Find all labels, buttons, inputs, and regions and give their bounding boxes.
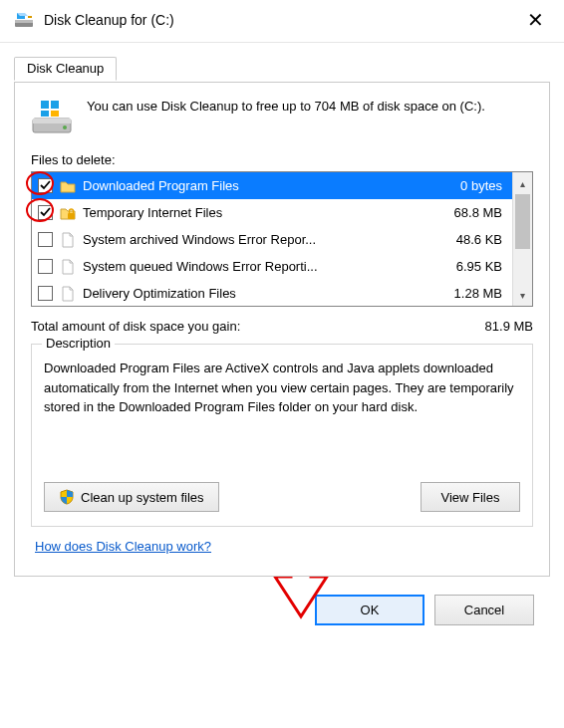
window-title: Disk Cleanup for (C:) [44,12,519,28]
folder-icon [59,177,77,195]
tab-panel: You can use Disk Cleanup to free up to 7… [14,82,550,577]
svg-point-6 [63,125,67,129]
description-text: Downloaded Program Files are ActiveX con… [44,359,520,470]
file-icon [59,231,77,249]
lock-icon [59,204,77,222]
total-value: 81.9 MB [485,319,533,334]
clean-system-files-label: Clean up system files [81,490,204,505]
scroll-thumb[interactable] [515,194,530,249]
file-icon [59,285,77,303]
description-group: Description Downloaded Program Files are… [31,344,533,527]
svg-rect-8 [51,101,59,109]
svg-rect-11 [68,213,75,219]
list-item[interactable]: Delivery Optimization Files1.28 MB [32,280,512,306]
view-files-label: View Files [440,490,499,505]
drive-icon [31,97,73,136]
list-item[interactable]: Temporary Internet Files68.8 MB [32,199,512,226]
scroll-down-icon[interactable]: ▾ [513,284,532,306]
cancel-label: Cancel [464,603,504,617]
titlebar: Disk Cleanup for (C:) ✕ [0,0,564,43]
scroll-up-icon[interactable]: ▴ [513,172,532,194]
clean-system-files-button[interactable]: Clean up system files [44,482,219,512]
close-icon[interactable]: ✕ [519,8,552,32]
svg-rect-3 [28,16,32,18]
help-link[interactable]: How does Disk Cleanup work? [35,539,211,554]
list-item-name: Delivery Optimization Files [83,286,421,301]
svg-rect-10 [51,111,59,117]
tab-strip: Disk Cleanup [14,57,550,83]
list-item[interactable]: System queued Windows Error Reporti...6.… [32,253,512,280]
checkbox[interactable] [38,286,53,301]
files-list: Downloaded Program Files0 bytesTemporary… [31,171,533,307]
svg-rect-1 [15,20,33,23]
checkbox[interactable] [38,259,53,274]
view-files-button[interactable]: View Files [421,482,520,512]
svg-rect-7 [41,101,49,109]
list-item-size: 48.6 KB [426,232,506,247]
list-item[interactable]: System archived Windows Error Repor...48… [32,226,512,253]
file-icon [59,258,77,276]
list-item-size: 6.95 KB [426,259,506,274]
files-to-delete-label: Files to delete: [31,152,533,167]
intro-text: You can use Disk Cleanup to free up to 7… [87,97,485,136]
list-item-name: System archived Windows Error Repor... [83,232,421,247]
total-label: Total amount of disk space you gain: [31,319,240,334]
ok-button[interactable]: OK [315,595,424,625]
list-item[interactable]: Downloaded Program Files0 bytes [32,172,512,199]
list-item-size: 0 bytes [426,178,506,193]
list-item-size: 1.28 MB [426,286,506,301]
list-item-name: System queued Windows Error Reporti... [83,259,421,274]
shield-icon [59,489,75,505]
list-item-name: Downloaded Program Files [83,178,421,193]
disk-cleanup-icon [14,10,34,30]
svg-rect-5 [33,119,71,123]
ok-label: OK [361,603,380,617]
list-item-name: Temporary Internet Files [83,205,421,220]
checkbox[interactable] [38,178,53,193]
tab-disk-cleanup[interactable]: Disk Cleanup [14,57,117,81]
list-item-size: 68.8 MB [426,205,506,220]
checkbox[interactable] [38,232,53,247]
checkbox[interactable] [38,205,53,220]
description-heading: Description [42,336,115,351]
scrollbar[interactable]: ▴ ▾ [512,172,532,306]
cancel-button[interactable]: Cancel [434,595,534,625]
svg-rect-9 [41,111,49,117]
